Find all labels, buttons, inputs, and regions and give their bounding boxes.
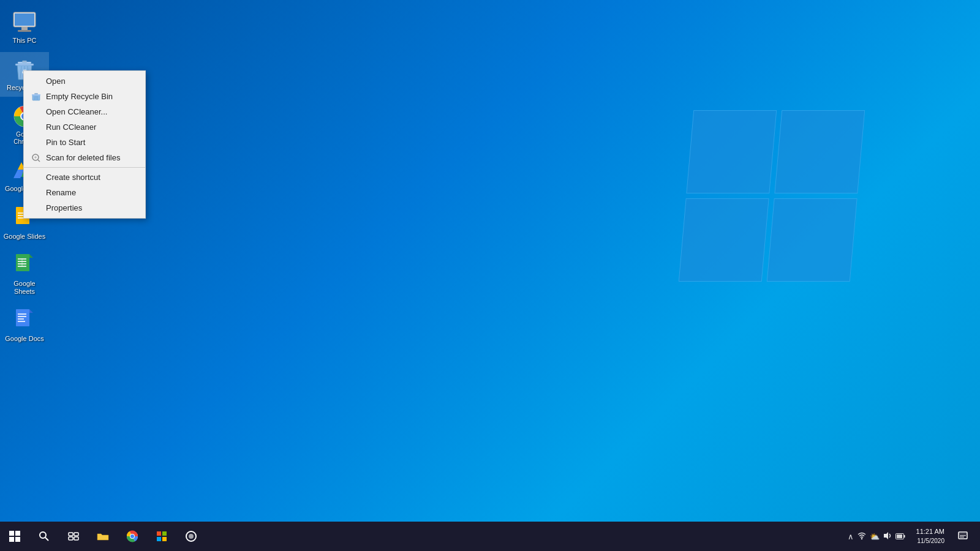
svg-rect-39 (18, 321, 25, 322)
store-taskbar-button[interactable] (147, 522, 176, 551)
svg-rect-42 (34, 93, 38, 94)
tray-show-hidden[interactable]: ∧ (848, 532, 854, 541)
tray-volume[interactable] (883, 531, 892, 542)
svg-rect-63 (157, 531, 161, 536)
context-menu-separator (24, 167, 145, 168)
svg-rect-41 (32, 94, 40, 96)
search-button[interactable] (29, 522, 59, 551)
context-menu-run-ccleaner[interactable]: Run CCleaner (24, 119, 145, 135)
svg-rect-37 (18, 316, 26, 317)
this-pc-image (12, 10, 37, 34)
svg-marker-35 (29, 309, 33, 313)
svg-rect-57 (74, 533, 78, 536)
win-pane-bl (679, 198, 769, 282)
slides-label: Google Slides (4, 233, 46, 241)
rename-label: Rename (46, 188, 76, 197)
create-shortcut-label: Create shortcut (46, 173, 100, 182)
svg-rect-3 (18, 30, 31, 32)
svg-rect-51 (15, 531, 20, 536)
docs-label: Google Docs (5, 335, 44, 343)
svg-rect-77 (960, 537, 964, 538)
svg-rect-53 (15, 537, 20, 542)
svg-point-62 (130, 534, 134, 538)
empty-recycle-bin-label: Empty Recycle Bin (46, 92, 113, 101)
sheets-label: Google Sheets (2, 280, 47, 296)
context-menu-scan-deleted[interactable]: Scan for deleted files (24, 150, 145, 165)
svg-rect-66 (162, 537, 167, 541)
svg-rect-59 (74, 537, 78, 540)
svg-point-54 (40, 532, 46, 538)
empty-recycle-icon (30, 91, 42, 103)
svg-rect-56 (69, 533, 73, 536)
taskbar-clock[interactable]: 11:21 AM 11/5/2020 (910, 527, 951, 545)
context-menu-pin-to-start[interactable]: Pin to Start (24, 135, 145, 150)
windows-logo (686, 110, 858, 282)
taskbar: ∧ ⛅ (0, 522, 980, 551)
svg-rect-2 (21, 27, 28, 30)
svg-rect-64 (162, 531, 167, 536)
open-label: Open (46, 77, 66, 86)
svg-line-55 (45, 538, 48, 541)
google-sheets-desktop-icon[interactable]: Google Sheets (0, 248, 49, 301)
svg-rect-65 (157, 537, 161, 541)
svg-rect-4 (15, 64, 34, 66)
clock-time: 11:21 AM (916, 527, 944, 536)
this-pc-icon[interactable]: This PC (0, 5, 49, 50)
this-pc-label: This PC (12, 37, 36, 45)
svg-rect-36 (18, 313, 26, 315)
svg-marker-28 (29, 254, 33, 258)
sheets-image (12, 253, 37, 277)
tray-battery[interactable] (895, 532, 905, 541)
tray-icons: ∧ ⛅ (843, 531, 910, 542)
context-menu-open-ccleaner[interactable]: Open CCleaner... (24, 104, 145, 119)
win-pane-br (767, 198, 858, 282)
system-tray: ∧ ⛅ (843, 522, 980, 551)
svg-rect-27 (16, 254, 29, 271)
notification-button[interactable] (951, 522, 975, 551)
context-menu: Open Empty Recycle Bin Open CCleaner... … (23, 70, 146, 219)
svg-point-69 (861, 538, 862, 539)
svg-line-45 (37, 96, 38, 100)
svg-marker-70 (884, 532, 888, 539)
svg-rect-34 (16, 309, 29, 326)
win-pane-tl (686, 110, 777, 193)
context-menu-rename[interactable]: Rename (24, 185, 145, 200)
svg-rect-6 (22, 61, 27, 62)
task-view-button[interactable] (59, 522, 88, 551)
tray-weather[interactable]: ⛅ (870, 532, 880, 541)
svg-line-43 (35, 96, 36, 100)
clock-date: 11/5/2020 (916, 537, 944, 545)
svg-rect-38 (18, 318, 24, 320)
svg-rect-50 (9, 531, 14, 536)
google-docs-desktop-icon[interactable]: Google Docs (0, 303, 49, 348)
properties-label: Properties (46, 203, 82, 212)
run-ccleaner-label: Run CCleaner (46, 122, 96, 132)
context-menu-open[interactable]: Open (24, 73, 145, 89)
svg-rect-72 (903, 535, 905, 538)
chrome-taskbar-button[interactable] (118, 522, 147, 551)
svg-rect-1 (15, 13, 34, 26)
svg-line-47 (38, 160, 40, 162)
scan-icon (30, 152, 42, 164)
desktop: This PC ♻ (0, 0, 980, 551)
svg-rect-58 (69, 537, 73, 540)
file-explorer-button[interactable] (88, 522, 118, 551)
svg-rect-76 (960, 535, 966, 536)
start-button[interactable] (0, 522, 29, 551)
svg-rect-73 (897, 534, 902, 538)
extra-taskbar-button[interactable] (176, 522, 206, 551)
tray-network[interactable] (858, 531, 866, 542)
docs-image (12, 308, 37, 332)
context-menu-empty-recycle-bin[interactable]: Empty Recycle Bin (24, 89, 145, 104)
pin-to-start-label: Pin to Start (46, 138, 85, 147)
win-pane-tr (774, 110, 865, 193)
svg-rect-52 (9, 537, 14, 542)
open-ccleaner-label: Open CCleaner... (46, 107, 107, 116)
context-menu-properties[interactable]: Properties (24, 200, 145, 216)
scan-deleted-label: Scan for deleted files (46, 153, 120, 162)
svg-point-68 (189, 534, 194, 539)
context-menu-create-shortcut[interactable]: Create shortcut (24, 170, 145, 185)
